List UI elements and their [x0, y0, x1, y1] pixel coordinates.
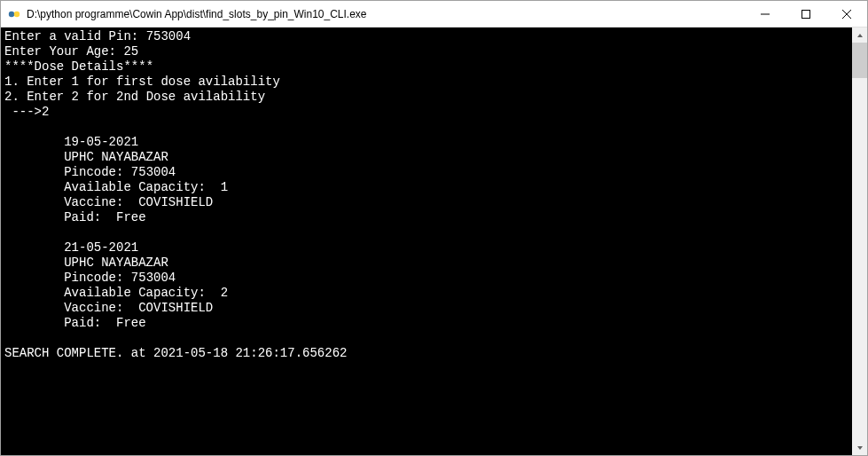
app-icon	[7, 7, 21, 21]
console-output[interactable]: Enter a valid Pin: 753004 Enter Your Age…	[1, 28, 852, 455]
dose-header: ****Dose Details****	[4, 59, 153, 74]
choice-value: 2	[42, 105, 49, 119]
slot-paid-row: Paid: Free	[4, 316, 146, 331]
console-area: Enter a valid Pin: 753004 Enter Your Age…	[1, 28, 867, 455]
slot-date: 21-05-2021	[4, 240, 138, 256]
age-prompt: Enter Your Age:	[4, 44, 123, 59]
svg-point-0	[9, 11, 14, 16]
prompt-arrow: --->	[4, 105, 42, 119]
svg-point-1	[14, 11, 20, 16]
close-button[interactable]	[826, 1, 867, 27]
slot-center: UPHC NAYABAZAR	[4, 150, 168, 165]
slot-capacity-row: Available Capacity: 1	[4, 180, 228, 195]
slot-center: UPHC NAYABAZAR	[4, 256, 168, 271]
search-complete: SEARCH COMPLETE. at 2021-05-18 21:26:17.…	[4, 346, 347, 360]
slot-capacity-row: Available Capacity: 2	[4, 286, 228, 301]
svg-marker-6	[857, 34, 863, 37]
slot-pincode-row: Pincode: 753004	[4, 165, 176, 180]
maximize-button[interactable]	[786, 1, 826, 27]
window-titlebar: D:\python programme\Cowin App\dist\find_…	[1, 1, 867, 28]
scroll-down-button[interactable]	[852, 440, 867, 455]
window-controls	[745, 1, 867, 27]
pin-value: 753004	[146, 29, 191, 43]
slot-date: 19-05-2021	[4, 135, 138, 150]
scroll-track[interactable]	[852, 43, 867, 440]
option-2: 2. Enter 2 for 2nd Dose avilability	[4, 90, 265, 104]
svg-marker-7	[857, 446, 863, 450]
slot-paid-row: Paid: Free	[4, 210, 146, 225]
svg-rect-3	[802, 10, 810, 18]
vertical-scrollbar[interactable]	[852, 28, 867, 455]
minimize-button[interactable]	[745, 1, 786, 27]
slot-vaccine-row: Vaccine: COVISHIELD	[4, 195, 213, 210]
scroll-thumb[interactable]	[852, 43, 867, 78]
option-1: 1. Enter 1 for first dose avilability	[4, 75, 280, 89]
slot-vaccine-row: Vaccine: COVISHIELD	[4, 301, 213, 316]
slot-pincode-row: Pincode: 753004	[4, 271, 176, 286]
age-value: 25	[123, 44, 138, 59]
scroll-up-button[interactable]	[852, 28, 867, 43]
pin-prompt: Enter a valid Pin:	[4, 29, 146, 43]
window-title: D:\python programme\Cowin App\dist\find_…	[27, 8, 745, 20]
